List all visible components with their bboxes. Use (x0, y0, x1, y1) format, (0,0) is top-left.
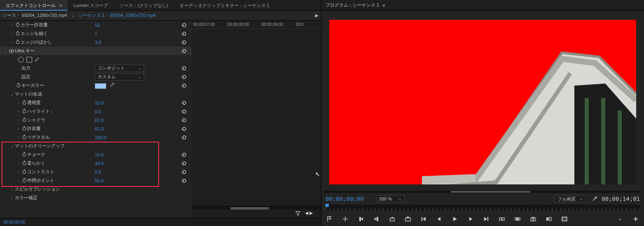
section-color-correction[interactable]: カラー補正 (15, 195, 37, 201)
reset-param-icon[interactable] (181, 108, 187, 115)
param-soften-value[interactable]: 44.0 (95, 161, 103, 166)
stopwatch-icon[interactable] (21, 161, 27, 166)
reset-param-icon[interactable] (181, 134, 187, 141)
viewer-horizontal-scrollbar[interactable] (324, 191, 642, 193)
go-to-out-icon[interactable] (482, 215, 490, 223)
stopwatch-icon[interactable] (21, 100, 27, 106)
timeline-scrollbar[interactable] (230, 207, 269, 210)
reset-effect-icon[interactable] (181, 48, 187, 54)
twirl-icon[interactable]: › (9, 32, 15, 36)
section-matte-cleanup[interactable]: マットのクリーンアップ (15, 143, 65, 149)
export-still-icon[interactable] (529, 215, 537, 223)
param-choke-value[interactable]: 10.0 (95, 152, 103, 157)
tab-lumetri-scopes[interactable]: Lumetri スコープ (68, 0, 114, 11)
insert-icon[interactable] (498, 215, 506, 223)
reset-param-icon[interactable] (181, 22, 187, 28)
current-timecode[interactable]: 00;00;00;00 (326, 196, 364, 202)
panel-menu-icon[interactable]: ≡ (382, 3, 385, 8)
stopwatch-icon[interactable] (21, 117, 27, 123)
reset-param-icon[interactable] (181, 30, 187, 37)
section-matte-generation[interactable]: マットの生成 (15, 91, 42, 97)
filter-icon[interactable] (295, 210, 301, 217)
export-frame-icon[interactable] (404, 215, 412, 223)
comparison-view-icon[interactable] (545, 215, 553, 223)
param-shadow-value[interactable]: 62.0 (95, 118, 103, 123)
param-highlight-value[interactable]: 0.0 (95, 109, 101, 114)
footer-timecode[interactable]: 00;00;00;00 (3, 220, 25, 224)
zoom-select[interactable]: 200 % ⌄ (376, 195, 405, 203)
time-ruler[interactable]: 00;00;07;00 00;00;08;00 00;00;09;00 00;0 (192, 21, 321, 29)
reset-param-icon[interactable] (181, 160, 187, 167)
stopwatch-icon[interactable] (15, 31, 21, 37)
effect-visibility-toggle[interactable] (8, 48, 15, 54)
lift-icon[interactable] (388, 215, 396, 223)
eyedropper-icon[interactable] (110, 82, 115, 88)
keyframe-timeline[interactable]: 00;00;07;00 00;00;08;00 00;00;09;00 00;0… (192, 21, 321, 218)
twirl-icon[interactable]: › (16, 110, 21, 114)
reset-param-icon[interactable] (181, 117, 187, 123)
chevron-down-icon[interactable]: ⌄ (71, 13, 75, 18)
twirl-icon[interactable]: › (9, 187, 15, 191)
section-spill-suppression[interactable]: スピルサプレッション (15, 186, 60, 192)
stopwatch-icon[interactable] (21, 126, 27, 132)
param-midpoint-value[interactable]: 50.0 (95, 178, 103, 183)
tab-source[interactable]: ソース：(クリップなし) (114, 0, 173, 11)
param-contrast-value[interactable]: 0.0 (95, 170, 101, 175)
mask-pen-icon[interactable] (35, 57, 40, 63)
twirl-icon[interactable]: ⌄ (2, 49, 8, 53)
button-editor-add-icon[interactable] (632, 215, 640, 223)
twirl-icon[interactable]: › (16, 118, 21, 122)
button-editor-expand-icon[interactable]: » (616, 215, 624, 223)
reset-param-icon[interactable] (181, 39, 187, 46)
step-back-icon[interactable] (435, 215, 443, 223)
panel-menu-icon[interactable]: ≡ (59, 3, 62, 8)
reset-param-icon[interactable] (181, 126, 187, 132)
mask-ellipse-icon[interactable] (18, 57, 24, 63)
twirl-icon[interactable]: › (9, 40, 15, 44)
stopwatch-icon[interactable] (21, 152, 27, 158)
stopwatch-icon[interactable] (15, 40, 21, 45)
twirl-icon[interactable]: › (16, 101, 21, 105)
quality-select[interactable]: フル画質 ⌄ (555, 195, 586, 203)
step-forward-icon[interactable] (466, 215, 475, 223)
program-viewer[interactable] (329, 20, 636, 184)
reset-param-icon[interactable] (181, 100, 187, 106)
twirl-icon[interactable]: › (16, 135, 21, 140)
twirl-icon[interactable]: › (9, 23, 15, 27)
param-color-tolerance-value[interactable]: 52 (95, 23, 100, 28)
twirl-icon[interactable]: › (16, 170, 21, 174)
effect-ultra-key-title[interactable]: Ultra キー (15, 48, 35, 54)
program-timeline[interactable] (321, 203, 644, 212)
set-in-point-icon[interactable] (357, 215, 365, 223)
param-pedestal-value[interactable]: 100.0 (95, 135, 106, 140)
tab-effect-controls[interactable]: エフェクトコントロール ≡ (0, 0, 68, 11)
go-to-in-icon[interactable] (419, 215, 428, 223)
mask-rectangle-icon[interactable] (26, 57, 32, 63)
stopwatch-icon[interactable] (21, 178, 27, 184)
stopwatch-icon[interactable] (21, 135, 27, 140)
reset-param-icon[interactable] (181, 169, 187, 175)
stopwatch-icon[interactable] (21, 109, 27, 114)
overwrite-icon[interactable] (513, 215, 522, 223)
param-edge-feather-value[interactable]: 3.8 (95, 40, 101, 45)
output-select[interactable]: コンポジット ⌄ (95, 65, 144, 72)
safe-margins-icon[interactable] (560, 215, 569, 223)
twirl-icon[interactable]: › (16, 127, 21, 131)
twirl-icon[interactable]: › (16, 153, 21, 157)
param-edge-thin-value[interactable]: 1 (95, 31, 97, 36)
sequence-link[interactable]: シーケンス 1・ 69254_1280x720.mp4 (78, 12, 156, 19)
stopwatch-icon[interactable] (15, 22, 21, 28)
go-to-clip-icon[interactable]: ▶ (315, 13, 318, 18)
reset-param-icon[interactable] (181, 177, 187, 184)
twirl-icon[interactable]: ⌄ (9, 144, 15, 148)
add-marker-icon[interactable] (341, 215, 349, 223)
twirl-icon[interactable]: › (9, 196, 15, 200)
param-transparency-value[interactable]: 10.0 (95, 100, 103, 105)
param-tolerance-value[interactable]: 81.0 (95, 126, 103, 131)
playhead-icon[interactable] (326, 204, 329, 207)
settings-select[interactable]: カスタム ⌄ (95, 73, 144, 81)
reset-param-icon[interactable] (181, 82, 187, 89)
key-color-swatch[interactable] (95, 83, 106, 89)
reset-param-icon[interactable] (181, 151, 187, 158)
settings-wrench-icon[interactable] (592, 195, 598, 203)
